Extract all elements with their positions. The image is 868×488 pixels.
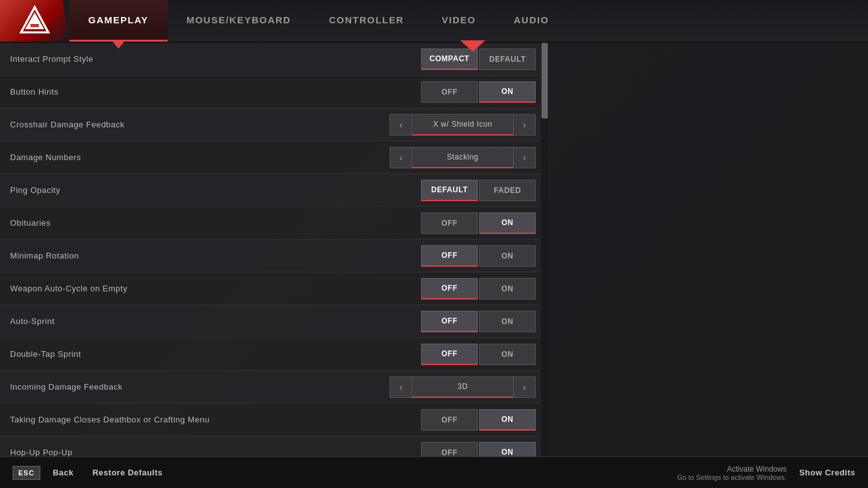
scrollbar-thumb[interactable] [541,43,548,119]
right-panel [548,43,868,456]
toggle-group-button-hints: OffOn [421,81,536,103]
setting-label-ping-opacity: Ping Opacity [10,185,61,195]
setting-row-incoming-damage-feedback: Incoming Damage Feedback‹3D› [0,371,548,404]
nav-tabs: GAMEPLAY MOUSE/KEYBOARD CONTROLLER VIDEO… [69,0,868,42]
toggle-group-ping-opacity: DefaultFaded [421,180,536,201]
arrow-value-crosshair-damage-feedback: X w/ Shield Icon [412,114,513,136]
setting-row-weapon-auto-cycle: Weapon Auto-Cycle on EmptyOffOn [0,272,548,305]
setting-row-damage-numbers: Damage Numbers‹Stacking› [0,141,548,174]
arrow-left-btn-incoming-damage-feedback[interactable]: ‹ [390,376,412,398]
toggle-btn-double-tap-sprint-off[interactable]: Off [421,344,478,365]
setting-label-button-hints: Button Hints [10,87,59,96]
toggle-btn-obituaries-on[interactable]: On [479,212,536,234]
toggle-btn-ping-opacity-default[interactable]: Default [421,180,478,201]
nav-arrow-indicator [460,40,485,54]
toggle-btn-auto-sprint-off[interactable]: Off [421,311,478,332]
settings-panel: Interact Prompt StyleCompactDefaultButto… [0,43,548,456]
arrow-right-btn-damage-numbers[interactable]: › [513,147,536,168]
setting-label-damage-numbers: Damage Numbers [10,153,81,162]
top-navigation: GAMEPLAY MOUSE/KEYBOARD CONTROLLER VIDEO… [0,0,868,43]
tab-mouse-keyboard[interactable]: MOUSE/KEYBOARD [168,0,310,42]
back-button[interactable]: Back [53,468,74,477]
arrow-right-btn-incoming-damage-feedback[interactable]: › [513,376,536,398]
setting-row-obituaries: ObituariesOffOn [0,207,548,240]
arrow-left-btn-crosshair-damage-feedback[interactable]: ‹ [390,114,412,136]
setting-row-auto-sprint: Auto-SprintOffOn [0,305,548,338]
settings-list[interactable]: Interact Prompt StyleCompactDefaultButto… [0,43,548,456]
toggle-group-taking-damage-closes: OffOn [421,409,536,431]
arrow-selector-incoming-damage-feedback: ‹3D› [390,376,536,398]
bottom-bar: ESC Back Restore Defaults Activate Windo… [0,456,868,488]
arrow-left-btn-damage-numbers[interactable]: ‹ [390,147,412,168]
setting-row-taking-damage-closes: Taking Damage Closes Deathbox or Craftin… [0,404,548,436]
toggle-group-double-tap-sprint: OffOn [421,344,536,365]
setting-row-button-hints: Button HintsOffOn [0,76,548,108]
toggle-group-minimap-rotation: OffOn [421,245,536,267]
toggle-btn-button-hints-on[interactable]: On [479,81,536,103]
activate-title: Activate Windows [677,465,787,473]
toggle-btn-auto-sprint-on[interactable]: On [479,311,536,332]
setting-row-hop-up-popup: Hop-Up Pop-UpOffOn [0,436,548,456]
arrow-value-damage-numbers: Stacking [412,147,513,168]
svg-rect-2 [30,24,38,27]
toggle-btn-button-hints-off[interactable]: Off [421,81,478,103]
toggle-btn-hop-up-popup-on[interactable]: On [479,442,536,457]
toggle-btn-interact-prompt-style-default[interactable]: Default [479,49,536,70]
setting-label-double-tap-sprint: Double-Tap Sprint [10,349,81,359]
esc-button[interactable]: ESC [13,466,40,480]
scrollbar-track[interactable] [541,43,548,456]
toggle-btn-hop-up-popup-off[interactable]: Off [421,442,478,457]
arrow-selector-crosshair-damage-feedback: ‹X w/ Shield Icon› [390,114,536,136]
toggle-btn-minimap-rotation-on[interactable]: On [479,245,536,267]
setting-label-hop-up-popup: Hop-Up Pop-Up [10,448,72,456]
tab-video[interactable]: VIDEO [423,0,495,42]
setting-row-crosshair-damage-feedback: Crosshair Damage Feedback‹X w/ Shield Ic… [0,108,548,141]
bottom-right-controls: Activate Windows Go to Settings to activ… [677,465,855,481]
setting-row-double-tap-sprint: Double-Tap SprintOffOn [0,338,548,371]
toggle-group-obituaries: OffOn [421,212,536,234]
arrow-right-btn-crosshair-damage-feedback[interactable]: › [513,114,536,136]
svg-marker-3 [460,40,485,52]
setting-label-crosshair-damage-feedback: Crosshair Damage Feedback [10,120,125,129]
restore-defaults-button[interactable]: Restore Defaults [93,468,163,477]
toggle-btn-ping-opacity-faded[interactable]: Faded [479,180,536,201]
toggle-btn-taking-damage-closes-on[interactable]: On [479,409,536,431]
toggle-btn-weapon-auto-cycle-off[interactable]: Off [421,278,478,299]
arrow-value-incoming-damage-feedback: 3D [412,376,513,398]
bottom-left-controls: ESC Back Restore Defaults [13,466,163,480]
setting-row-ping-opacity: Ping OpacityDefaultFaded [0,174,548,207]
show-credits-button[interactable]: Show Credits [799,468,855,477]
tab-controller[interactable]: CONTROLLER [310,0,423,42]
toggle-btn-obituaries-off[interactable]: Off [421,212,478,234]
setting-label-taking-damage-closes: Taking Damage Closes Deathbox or Craftin… [10,415,209,424]
arrow-selector-damage-numbers: ‹Stacking› [390,147,536,168]
toggle-btn-weapon-auto-cycle-on[interactable]: On [479,278,536,299]
tab-audio[interactable]: AUDIO [495,0,568,42]
setting-label-incoming-damage-feedback: Incoming Damage Feedback [10,382,122,392]
toggle-btn-double-tap-sprint-on[interactable]: On [479,344,536,365]
toggle-btn-minimap-rotation-off[interactable]: Off [421,245,478,267]
setting-label-auto-sprint: Auto-Sprint [10,317,55,326]
toggle-group-hop-up-popup: OffOn [421,442,536,457]
toggle-group-weapon-auto-cycle: OffOn [421,278,536,299]
toggle-group-auto-sprint: OffOn [421,311,536,332]
tab-gameplay[interactable]: GAMEPLAY [69,0,168,42]
setting-label-minimap-rotation: Minimap Rotation [10,251,79,260]
settings-area: Interact Prompt StyleCompactDefaultButto… [0,43,868,456]
toggle-btn-taking-damage-closes-off[interactable]: Off [421,409,478,431]
activate-subtitle: Go to Settings to activate Windows. [677,473,787,481]
setting-row-minimap-rotation: Minimap RotationOffOn [0,240,548,272]
logo-area [0,0,69,42]
activate-windows-notice: Activate Windows Go to Settings to activ… [677,465,787,481]
apex-logo-icon [19,5,50,37]
setting-label-obituaries: Obituaries [10,218,50,228]
setting-label-weapon-auto-cycle: Weapon Auto-Cycle on Empty [10,284,127,293]
setting-label-interact-prompt-style: Interact Prompt Style [10,54,93,64]
